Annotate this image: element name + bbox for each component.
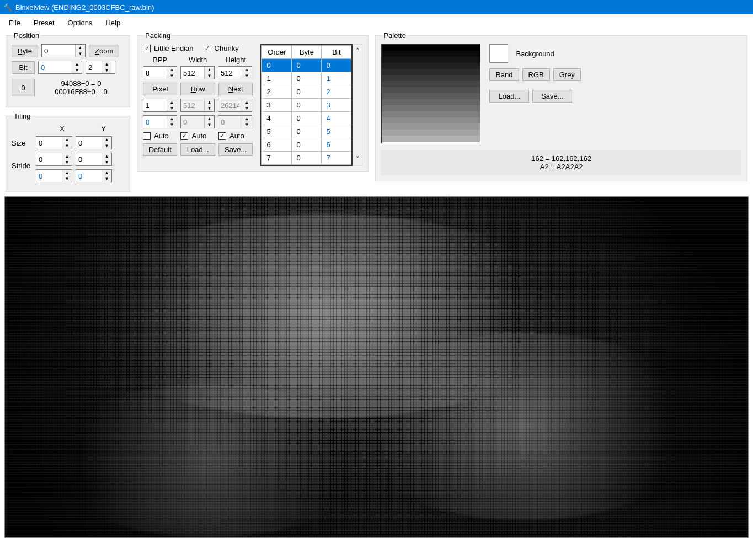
bit-input[interactable]: ▲▼ bbox=[38, 61, 82, 74]
tiling-col-x: X bbox=[41, 125, 83, 133]
table-row[interactable]: 404 bbox=[262, 112, 351, 125]
rgb-button[interactable]: RGB bbox=[522, 68, 550, 81]
default-button[interactable]: Default bbox=[143, 143, 177, 156]
table-row[interactable]: 000 bbox=[262, 59, 351, 72]
size-label: Size bbox=[12, 139, 33, 147]
pack-r3a-input[interactable]: ▲▼ bbox=[143, 115, 177, 128]
packing-load-button[interactable]: Load... bbox=[180, 143, 215, 156]
menu-preset[interactable]: Preset bbox=[28, 17, 60, 29]
palette-status: 162 = 162,162,162 A2 = A2A2A2 bbox=[381, 150, 741, 175]
pack-r3c-input[interactable]: ▲▼ bbox=[218, 115, 252, 128]
table-row[interactable]: 303 bbox=[262, 99, 351, 112]
table-row[interactable]: 707 bbox=[262, 152, 351, 165]
byte-button[interactable]: Byte bbox=[12, 45, 38, 57]
bit-button[interactable]: Bit bbox=[12, 61, 35, 74]
rand-button[interactable]: Rand bbox=[489, 68, 519, 81]
palette-save-button[interactable]: Save... bbox=[532, 90, 572, 103]
auto-b-checkbox[interactable]: ✓Auto bbox=[180, 132, 215, 140]
scroll-up-icon[interactable]: ˄ bbox=[356, 47, 360, 55]
zoom-button[interactable]: Zoom bbox=[89, 45, 119, 57]
menu-file[interactable]: File bbox=[3, 17, 26, 29]
chunky-checkbox[interactable]: ✓Chunky bbox=[204, 44, 239, 52]
palette-gradient[interactable] bbox=[381, 44, 480, 143]
zero-button[interactable]: 0 bbox=[12, 79, 35, 96]
pack-r3b-input[interactable]: ▲▼ bbox=[180, 115, 215, 128]
window-title: Binxelview (ENDING2_0003CFBC_raw.bin) bbox=[15, 3, 154, 12]
table-row[interactable]: 202 bbox=[262, 85, 351, 99]
menu-help[interactable]: Help bbox=[100, 17, 126, 29]
position-group: Position Byte ▲▼ Zoom Bit ▲▼ ▲▼ 0 94088+… bbox=[6, 31, 130, 107]
pack-r2c-input[interactable]: ▲▼ bbox=[218, 99, 252, 112]
size-x-input[interactable]: ▲▼ bbox=[36, 136, 72, 149]
bpp-input[interactable]: ▲▼ bbox=[143, 66, 177, 79]
palette-group: Palette Background Rand RGB Grey Load...… bbox=[375, 31, 747, 181]
packing-group: Packing ✓Little Endian ✓Chunky BPP Width… bbox=[137, 31, 369, 172]
menu-bar: File Preset Options Help bbox=[0, 14, 753, 31]
packing-save-button[interactable]: Save... bbox=[218, 143, 253, 156]
table-row[interactable]: 606 bbox=[262, 138, 351, 152]
row-button[interactable]: Row bbox=[180, 83, 215, 95]
stride-label: Stride bbox=[12, 153, 33, 170]
background-label: Background bbox=[516, 50, 554, 58]
table-row[interactable]: 505 bbox=[262, 125, 351, 138]
size-y-input[interactable]: ▲▼ bbox=[76, 136, 112, 149]
height-label: Height bbox=[218, 56, 253, 64]
stride-x1-input[interactable]: ▲▼ bbox=[36, 153, 72, 166]
packing-scrollbar[interactable]: ˄˅ bbox=[353, 44, 362, 166]
palette-load-button[interactable]: Load... bbox=[489, 90, 529, 103]
tiling-legend: Tiling bbox=[12, 112, 33, 120]
width-label: Width bbox=[180, 56, 215, 64]
auto-c-checkbox[interactable]: ✓Auto bbox=[218, 132, 253, 140]
menu-options[interactable]: Options bbox=[62, 17, 98, 29]
grey-button[interactable]: Grey bbox=[553, 68, 581, 81]
tiling-col-y: Y bbox=[83, 125, 124, 133]
app-icon: 🔨 bbox=[3, 3, 12, 12]
zoom-input[interactable]: ▲▼ bbox=[86, 61, 115, 74]
bpp-label: BPP bbox=[143, 56, 177, 64]
position-info: 94088+0 = 0 00016F88+0 = 0 bbox=[38, 77, 124, 98]
packing-table[interactable]: Order Byte Bit 000101202303404505606707 bbox=[260, 44, 353, 166]
pack-r2b-input[interactable]: ▲▼ bbox=[180, 99, 215, 112]
position-legend: Position bbox=[12, 31, 41, 40]
palette-legend: Palette bbox=[381, 31, 408, 40]
stride-y2-input[interactable]: ▲▼ bbox=[76, 169, 112, 182]
pixel-button[interactable]: Pixel bbox=[143, 83, 177, 95]
auto-a-checkbox[interactable]: Auto bbox=[143, 132, 177, 140]
background-swatch[interactable] bbox=[489, 44, 508, 63]
little-endian-checkbox[interactable]: ✓Little Endian bbox=[143, 44, 194, 52]
pack-r2a-input[interactable]: ▲▼ bbox=[143, 99, 177, 112]
scroll-down-icon[interactable]: ˅ bbox=[356, 155, 360, 163]
title-bar: 🔨 Binxelview (ENDING2_0003CFBC_raw.bin) bbox=[0, 0, 753, 14]
width-input[interactable]: ▲▼ bbox=[180, 66, 215, 79]
stride-y1-input[interactable]: ▲▼ bbox=[76, 153, 112, 166]
stride-x2-input[interactable]: ▲▼ bbox=[36, 169, 72, 182]
packing-legend: Packing bbox=[143, 31, 173, 40]
height-input[interactable]: ▲▼ bbox=[218, 66, 252, 79]
next-button[interactable]: Next bbox=[218, 83, 253, 95]
byte-input[interactable]: ▲▼ bbox=[41, 44, 86, 57]
table-row[interactable]: 101 bbox=[262, 72, 351, 85]
tiling-group: Tiling X Y Size ▲▼ ▲▼ Stride ▲▼ ▲▼ ▲▼ bbox=[6, 112, 130, 192]
pixel-viewport[interactable] bbox=[4, 196, 749, 538]
